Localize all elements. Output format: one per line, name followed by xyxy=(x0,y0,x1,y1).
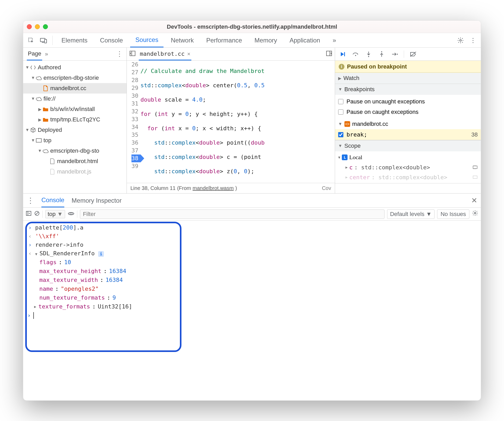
devtools-window: DevTools - emscripten-dbg-stories.netlif… xyxy=(23,20,481,401)
pause-caught-checkbox[interactable]: Pause on caught exceptions xyxy=(338,107,478,117)
context-selector[interactable]: top ▼ xyxy=(45,210,65,218)
tree-folder-b[interactable]: ▶ tmp/tmp.ELcTq2YC xyxy=(23,114,127,125)
console-output[interactable]: › palette[200].a ‹ '\\xff' › renderer->i… xyxy=(23,221,481,400)
breakpoint-file[interactable]: ▼ <> mandelbrot.cc xyxy=(335,119,481,129)
inspect-icon[interactable] xyxy=(26,35,36,46)
gutter[interactable]: 2627282930313233343536373839 xyxy=(127,61,141,183)
cloud-icon xyxy=(36,75,42,81)
file-tab-mandelbrot-cc[interactable]: mandelbrot.cc ✕ xyxy=(139,48,191,60)
scope-local[interactable]: ▼L Local xyxy=(335,152,481,162)
breakpoint-toggle[interactable] xyxy=(338,132,343,137)
drawer-tab-memory-inspector[interactable]: Memory Inspector xyxy=(72,197,122,204)
folder-icon xyxy=(42,116,49,123)
step-over-icon[interactable] xyxy=(352,50,360,58)
drawer-close-icon[interactable]: ✕ xyxy=(471,196,477,205)
tree-file-mandelbrot-cc[interactable]: mandelbrot.cc xyxy=(23,83,127,94)
device-toggle-icon[interactable] xyxy=(38,35,49,46)
step-out-icon[interactable] xyxy=(378,50,386,58)
breakpoints-header[interactable]: ▼Breakpoints xyxy=(335,84,481,95)
tree-origin-2[interactable]: ▼ emscripten-dbg-sto xyxy=(23,146,127,156)
tab-application[interactable]: Application xyxy=(284,33,325,47)
step-icon[interactable] xyxy=(391,50,399,58)
console-prompt[interactable]: › xyxy=(25,311,479,320)
breakpoint-entry[interactable]: break; 38 xyxy=(335,129,481,140)
resume-icon[interactable] xyxy=(339,50,346,58)
toggle-navigator-icon[interactable] xyxy=(129,51,136,58)
memory-chip-icon[interactable] xyxy=(473,164,478,171)
navigator-more-icon[interactable]: ⋮ xyxy=(116,50,123,58)
scope-var-c[interactable]: ▶ c: std::complex<double> xyxy=(335,162,481,172)
svg-point-3 xyxy=(460,39,462,41)
live-expression-icon[interactable] xyxy=(68,211,74,218)
page-icon xyxy=(49,158,55,164)
tabs-overflow[interactable]: » xyxy=(327,33,341,47)
navigator-pane: Page » ⋮ ▼ Authored ▼ emscripten-dbg-sto… xyxy=(23,48,127,193)
clear-console-icon[interactable] xyxy=(34,210,40,218)
tab-performance[interactable]: Performance xyxy=(201,33,247,47)
drawer-tab-console[interactable]: Console xyxy=(41,194,64,207)
svg-point-10 xyxy=(381,51,382,52)
navigator-tab-page[interactable]: Page xyxy=(27,48,42,60)
tree-origin-1[interactable]: ▼ emscripten-dbg-storie xyxy=(23,73,127,83)
debugger-pane: i Paused on breakpoint ▶Watch ▼Breakpoin… xyxy=(335,48,481,193)
page-icon xyxy=(49,169,55,175)
tab-console[interactable]: Console xyxy=(95,33,128,47)
settings-gear-icon[interactable] xyxy=(455,35,466,46)
tab-elements[interactable]: Elements xyxy=(56,33,93,47)
scope-var-center[interactable]: ▶ center: std::complex<double> xyxy=(335,172,481,182)
cloud-icon xyxy=(36,96,42,102)
tab-sources[interactable]: Sources xyxy=(130,33,163,47)
navigator-tabs-overflow[interactable]: » xyxy=(45,51,48,58)
window-title: DevTools - emscripten-dbg-stories.netlif… xyxy=(23,23,481,30)
frame-icon xyxy=(36,137,42,144)
tree-file-html[interactable]: mandelbrot.html xyxy=(23,156,127,166)
filter-input[interactable] xyxy=(83,211,382,218)
close-tab-icon[interactable]: ✕ xyxy=(187,51,190,57)
section-watch[interactable]: ▶Watch xyxy=(335,73,481,84)
console-input-2: › renderer->info xyxy=(25,240,479,249)
tab-memory[interactable]: Memory xyxy=(249,33,282,47)
svg-point-8 xyxy=(355,55,356,56)
tree-file-js[interactable]: mandelbrot.js xyxy=(23,166,127,177)
sources-panel: Page » ⋮ ▼ Authored ▼ emscripten-dbg-sto… xyxy=(23,48,481,194)
section-breakpoints: ▼Breakpoints Pause on uncaught exception… xyxy=(335,84,481,140)
console-settings-icon[interactable] xyxy=(472,210,478,218)
sourcemap-link[interactable]: mandelbrot.wasm xyxy=(193,185,234,191)
tab-network[interactable]: Network xyxy=(166,33,199,47)
scope-header[interactable]: ▼Scope xyxy=(335,140,481,151)
cloud-icon xyxy=(42,148,49,154)
coverage-label[interactable]: Cov xyxy=(322,185,331,191)
console-toolbar: top ▼ Default levels ▼ No Issues xyxy=(23,208,481,221)
tree-authored[interactable]: ▼ Authored xyxy=(23,62,127,73)
svg-point-17 xyxy=(474,212,476,214)
toggle-debugger-icon[interactable] xyxy=(326,51,332,58)
log-levels[interactable]: Default levels ▼ xyxy=(387,209,434,219)
pause-uncaught-checkbox[interactable]: Pause on uncaught exceptions xyxy=(338,96,478,107)
code-lines[interactable]: // Calculate and draw the Mandelbrot std… xyxy=(141,61,335,183)
svg-rect-6 xyxy=(326,51,332,56)
folder-icon xyxy=(42,106,49,112)
console-sidebar-toggle-icon[interactable] xyxy=(26,211,32,218)
svg-rect-12 xyxy=(473,166,477,169)
tree-top-frame[interactable]: ▼ top xyxy=(23,135,127,146)
deactivate-breakpoints-icon[interactable] xyxy=(409,50,417,58)
svg-point-9 xyxy=(368,56,369,57)
code-area[interactable]: 2627282930313233343536373839 // Calculat… xyxy=(127,61,335,183)
tree-deployed[interactable]: ▼ Deployed xyxy=(23,125,127,135)
info-badge-icon[interactable]: i xyxy=(98,251,104,257)
prompt-out-icon: ‹ xyxy=(27,250,33,257)
prompt-in-icon: › xyxy=(27,242,33,248)
tree-folder-a[interactable]: ▶ b/s/w/ir/x/w/install xyxy=(23,104,127,114)
issues-button[interactable]: No Issues xyxy=(437,209,469,219)
more-vert-icon[interactable]: ⋮ xyxy=(468,35,478,46)
memory-chip-icon[interactable] xyxy=(473,174,478,181)
titlebar: DevTools - emscripten-dbg-stories.netlif… xyxy=(23,21,481,33)
console-output-2[interactable]: ‹ ▼ SDL_RendererInfo i xyxy=(25,249,479,258)
tree-file-scheme[interactable]: ▼ file:// xyxy=(23,94,127,104)
expandable-prop[interactable]: ▶ texture_formats: Uint32[16] xyxy=(34,302,479,311)
svg-rect-14 xyxy=(26,211,31,215)
step-into-icon[interactable] xyxy=(365,50,373,58)
console-filter[interactable] xyxy=(80,209,385,219)
debugger-controls xyxy=(335,48,481,61)
drawer-more-icon[interactable]: ⋮ xyxy=(27,196,34,205)
